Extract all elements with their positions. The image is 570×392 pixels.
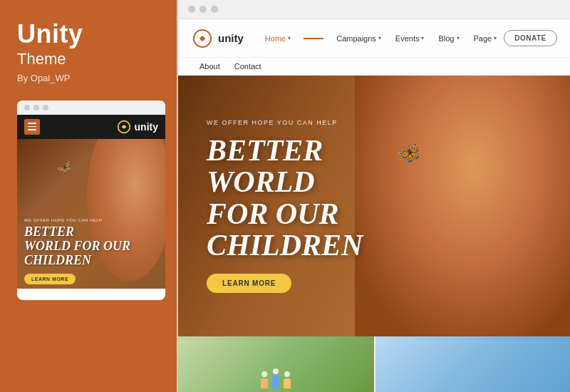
desktop-nav-second-row: About Contact — [178, 58, 570, 76]
mobile-headline: BETTER WORLD FOR OUR CHILDREN — [24, 225, 158, 267]
nav-item-home[interactable]: Home ▾ — [258, 30, 298, 47]
hero-headline-line2: WORLD FOR OUR — [207, 166, 366, 229]
right-panel: unity Home ▾ Campaigns ▾ Events ▾ — [177, 0, 570, 392]
nav-item-contact[interactable]: Contact — [227, 58, 269, 75]
person-2 — [272, 368, 279, 388]
donate-button[interactable]: DONATE — [504, 30, 556, 46]
nav-page-label: Page — [474, 34, 492, 43]
mobile-dot-2 — [33, 105, 39, 110]
person-body-3 — [284, 378, 291, 388]
nav-events-label: Events — [395, 34, 420, 43]
mobile-browser-bar — [17, 100, 165, 115]
mobile-headline-line3: CHILDREN — [24, 254, 158, 268]
mobile-logo-icon — [117, 120, 131, 134]
card-people — [261, 368, 291, 388]
desktop-hero: 🦋 WE OFFER HOPE YOU CAN HELP BETTER WORL… — [178, 76, 570, 336]
desktop-browser-bar — [178, 0, 570, 19]
desktop-dot-3 — [211, 6, 218, 13]
card-thumb-1 — [178, 336, 375, 392]
desktop-nav-links: Home ▾ Campaigns ▾ Events ▾ Blog ▾ — [258, 30, 504, 47]
mobile-dot-1 — [24, 105, 30, 110]
hero-text-area: WE OFFER HOPE YOU CAN HELP BETTER WORLD … — [178, 98, 394, 314]
mobile-nav: unity — [17, 115, 165, 139]
mobile-learn-more-button[interactable]: LEARN MORE — [24, 274, 76, 284]
bottom-cards — [178, 336, 570, 392]
mobile-hero: 🦋 WE OFFER HOPE YOU CAN HELP BETTER WORL… — [17, 139, 165, 289]
mobile-headline-line2: WORLD FOR OUR — [24, 239, 158, 254]
desktop-logo-text: unity — [218, 32, 244, 44]
desktop-browser: unity Home ▾ Campaigns ▾ Events ▾ — [178, 0, 570, 392]
desktop-content: unity Home ▾ Campaigns ▾ Events ▾ — [178, 19, 570, 392]
hero-headline-line3: CHILDREN — [207, 229, 366, 261]
person-1 — [261, 371, 268, 388]
mobile-headline-line1: BETTER — [24, 225, 158, 239]
person-head-2 — [273, 368, 279, 374]
mobile-content: unity 🦋 WE OFFER HOPE YOU CAN HELP BETTE… — [17, 115, 165, 300]
nav-item-about[interactable]: About — [192, 58, 227, 75]
hamburger-line-1 — [28, 123, 36, 124]
card-image-1 — [178, 336, 374, 392]
mobile-dot-3 — [43, 105, 48, 110]
nav-home-chevron: ▾ — [288, 35, 291, 41]
theme-title: Unity — [17, 20, 160, 48]
desktop-dot-1 — [188, 6, 195, 13]
nav-about-label: About — [200, 62, 220, 71]
person-body-1 — [261, 378, 268, 388]
nav-item-blog[interactable]: Blog ▾ — [431, 30, 466, 47]
nav-item-page[interactable]: Page ▾ — [467, 30, 504, 47]
theme-subtitle: Theme — [17, 50, 160, 68]
nav-contact-label: Contact — [234, 62, 261, 71]
mobile-logo-text: unity — [135, 121, 158, 133]
nav-blog-label: Blog — [438, 34, 454, 43]
mobile-logo: unity — [117, 120, 158, 134]
person-body-2 — [272, 376, 279, 388]
hamburger-line-2 — [28, 126, 36, 128]
desktop-logo: unity — [192, 29, 244, 48]
hero-headline: BETTER WORLD FOR OUR CHILDREN — [207, 135, 366, 260]
nav-events-chevron: ▾ — [421, 35, 424, 41]
desktop-logo-icon — [192, 29, 212, 48]
hero-tagline: WE OFFER HOPE YOU CAN HELP — [207, 119, 366, 126]
hamburger-line-3 — [28, 129, 36, 130]
card-image-2 — [375, 336, 570, 392]
person-head-1 — [261, 371, 267, 377]
nav-blog-chevron: ▾ — [457, 35, 460, 41]
nav-item-campaigns[interactable]: Campaigns ▾ — [329, 30, 388, 47]
hamburger-icon[interactable] — [24, 119, 40, 135]
person-3 — [284, 371, 291, 388]
nav-page-chevron: ▾ — [494, 35, 497, 41]
nav-campaigns-label: Campaigns — [336, 34, 376, 43]
nav-campaigns-chevron: ▾ — [378, 35, 381, 41]
hero-learn-more-button[interactable]: LEARN MORE — [207, 274, 291, 293]
mobile-hero-text: WE OFFER HOPE YOU CAN HELP BETTER WORLD … — [17, 211, 165, 288]
nav-item-events[interactable]: Events ▾ — [388, 30, 432, 47]
nav-divider — [304, 38, 323, 39]
theme-author: By Opal_WP — [17, 73, 160, 83]
person-head-3 — [284, 371, 290, 377]
card-thumb-2 — [375, 336, 570, 392]
nav-home-label: Home — [265, 34, 286, 43]
hero-headline-line1: BETTER — [207, 135, 366, 166]
left-sidebar: Unity Theme By Opal_WP unity — [0, 0, 177, 392]
desktop-dot-2 — [200, 6, 207, 13]
mobile-tagline: WE OFFER HOPE YOU CAN HELP — [24, 218, 158, 222]
mobile-preview: unity 🦋 WE OFFER HOPE YOU CAN HELP BETTE… — [17, 100, 165, 300]
desktop-nav: unity Home ▾ Campaigns ▾ Events ▾ — [178, 19, 570, 58]
